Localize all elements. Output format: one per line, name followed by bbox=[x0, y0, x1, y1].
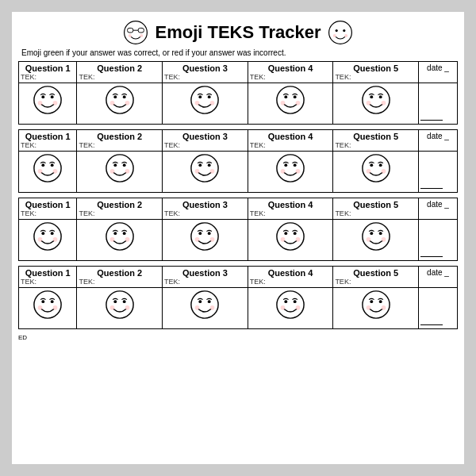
svg-point-32 bbox=[370, 95, 373, 98]
section-1-q2-header: Question 2TEK: bbox=[77, 62, 163, 83]
section-3-q5-header: Question 5TEK: bbox=[333, 198, 419, 220]
svg-point-71 bbox=[191, 223, 218, 250]
svg-point-9 bbox=[332, 34, 336, 37]
section-1-q1-emoji[interactable] bbox=[19, 83, 77, 125]
svg-point-97 bbox=[199, 300, 202, 303]
svg-point-61 bbox=[34, 223, 61, 250]
section-4-q2-emoji[interactable] bbox=[77, 288, 163, 329]
svg-point-15 bbox=[53, 101, 58, 106]
svg-point-5 bbox=[140, 34, 144, 37]
header: Emoji TEKS Tracker bbox=[18, 20, 458, 45]
svg-point-98 bbox=[208, 300, 211, 303]
svg-point-66 bbox=[106, 223, 133, 250]
section-4-q2-header: Question 2TEK: bbox=[77, 267, 163, 288]
svg-point-100 bbox=[210, 305, 215, 310]
svg-point-106 bbox=[363, 291, 390, 318]
section-2-date-cell bbox=[419, 152, 458, 193]
svg-point-102 bbox=[284, 300, 287, 303]
svg-point-83 bbox=[379, 232, 382, 235]
section-1-q4-emoji[interactable] bbox=[248, 83, 333, 125]
section-2-date-header: date _ bbox=[419, 130, 458, 152]
svg-point-109 bbox=[366, 305, 370, 310]
svg-point-8 bbox=[343, 29, 345, 32]
section-1-q5-emoji[interactable] bbox=[333, 83, 419, 125]
section-4-q1-emoji[interactable] bbox=[19, 288, 77, 329]
section-1-q3-emoji[interactable] bbox=[163, 83, 248, 125]
section-2-q4-emoji[interactable] bbox=[248, 152, 333, 193]
svg-point-55 bbox=[296, 169, 301, 174]
section-3-q3-emoji[interactable] bbox=[163, 220, 248, 261]
svg-point-59 bbox=[366, 169, 370, 174]
svg-point-44 bbox=[109, 169, 114, 174]
section-2-q3-emoji[interactable] bbox=[163, 152, 248, 193]
section-3-q5-emoji[interactable] bbox=[333, 220, 419, 261]
svg-point-93 bbox=[123, 300, 126, 303]
section-4: Question 1TEK:Question 2TEK:Question 3TE… bbox=[18, 266, 458, 329]
svg-point-33 bbox=[379, 95, 382, 98]
sections-container: Question 1TEK:Question 2TEK:Question 3TE… bbox=[18, 61, 458, 329]
svg-point-80 bbox=[296, 237, 301, 242]
svg-point-36 bbox=[34, 155, 61, 182]
svg-point-95 bbox=[125, 305, 129, 310]
svg-point-73 bbox=[208, 232, 211, 235]
section-3-date-cell bbox=[419, 220, 458, 261]
section-4-q5-emoji[interactable] bbox=[333, 288, 419, 329]
section-3-q1-emoji[interactable] bbox=[19, 220, 77, 261]
svg-point-103 bbox=[294, 300, 297, 303]
svg-point-45 bbox=[125, 169, 129, 174]
svg-point-43 bbox=[123, 163, 126, 167]
svg-point-40 bbox=[53, 169, 58, 174]
svg-point-107 bbox=[370, 300, 373, 303]
svg-point-70 bbox=[125, 237, 129, 242]
svg-point-12 bbox=[42, 95, 45, 98]
svg-point-54 bbox=[281, 169, 286, 174]
section-4-q1-header: Question 1TEK: bbox=[19, 267, 77, 288]
svg-point-64 bbox=[38, 237, 43, 242]
svg-point-105 bbox=[296, 305, 301, 310]
section-1-date-cell bbox=[419, 83, 458, 125]
svg-point-27 bbox=[284, 95, 287, 98]
svg-point-53 bbox=[294, 163, 297, 167]
svg-point-30 bbox=[296, 101, 301, 106]
section-1-q2-emoji[interactable] bbox=[77, 83, 163, 125]
header-emoji-left bbox=[123, 20, 148, 45]
svg-point-87 bbox=[42, 300, 45, 303]
svg-point-10 bbox=[344, 34, 347, 37]
svg-point-92 bbox=[113, 300, 117, 303]
svg-point-0 bbox=[125, 21, 148, 44]
svg-point-48 bbox=[208, 163, 211, 167]
section-1-date-header: date _ bbox=[419, 62, 458, 83]
svg-point-6 bbox=[328, 21, 351, 44]
section-4-q4-emoji[interactable] bbox=[248, 288, 333, 329]
svg-point-62 bbox=[42, 232, 45, 235]
section-2-q2-emoji[interactable] bbox=[77, 152, 163, 193]
svg-point-72 bbox=[199, 232, 202, 235]
svg-point-85 bbox=[381, 237, 386, 242]
svg-point-26 bbox=[277, 86, 304, 113]
section-2-q5-emoji[interactable] bbox=[333, 152, 419, 193]
svg-point-7 bbox=[335, 29, 337, 32]
svg-point-75 bbox=[210, 237, 215, 242]
section-4-date-header: date _ bbox=[419, 267, 458, 288]
svg-point-51 bbox=[277, 155, 304, 182]
footer: ED bbox=[18, 334, 458, 341]
section-3-q2-emoji[interactable] bbox=[77, 220, 163, 261]
section-2: Question 1TEK:Question 2TEK:Question 3TE… bbox=[18, 129, 458, 193]
section-2-q5-header: Question 5TEK: bbox=[333, 130, 419, 152]
section-3: Question 1TEK:Question 2TEK:Question 3TE… bbox=[18, 198, 458, 261]
section-4-q5-header: Question 5TEK: bbox=[333, 267, 419, 288]
svg-point-94 bbox=[109, 305, 114, 310]
section-3-q4-emoji[interactable] bbox=[248, 220, 333, 261]
section-2-q1-emoji[interactable] bbox=[19, 152, 77, 193]
svg-point-28 bbox=[294, 95, 297, 98]
section-3-date-header: date _ bbox=[419, 198, 458, 220]
svg-point-13 bbox=[51, 95, 54, 98]
svg-point-81 bbox=[363, 223, 390, 250]
section-2-q2-header: Question 2TEK: bbox=[77, 130, 163, 152]
svg-point-21 bbox=[191, 86, 218, 113]
svg-point-39 bbox=[38, 169, 43, 174]
section-4-q3-emoji[interactable] bbox=[163, 288, 248, 329]
svg-point-76 bbox=[277, 223, 304, 250]
svg-point-60 bbox=[381, 169, 386, 174]
svg-point-86 bbox=[34, 291, 61, 318]
